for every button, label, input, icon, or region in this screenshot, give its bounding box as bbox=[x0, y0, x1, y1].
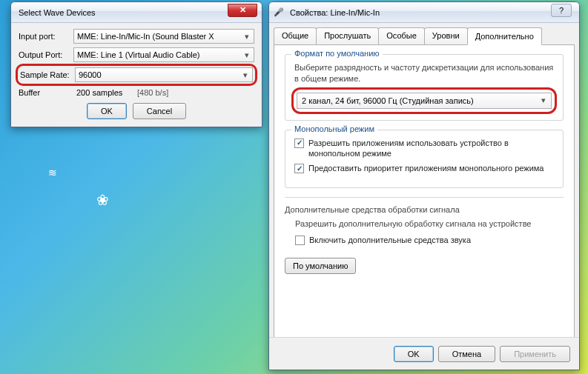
buffer-label: Buffer bbox=[19, 88, 69, 97]
tab-advanced[interactable]: Дополнительно bbox=[467, 27, 542, 45]
extra-enable-checkbox[interactable] bbox=[295, 236, 305, 245]
exclusive-priority-label: Предоставить приоритет приложениям моноп… bbox=[308, 163, 554, 173]
wallpaper-bird: ≋ bbox=[48, 167, 57, 178]
chevron-down-icon: ▾ bbox=[538, 96, 549, 106]
dialog-body: Input port: MME: Line-In/Mic-In (Sound B… bbox=[11, 23, 262, 127]
exclusive-mode-group: Монопольный режим Разрешить приложениям … bbox=[285, 130, 564, 188]
ok-button[interactable]: OK bbox=[394, 346, 434, 362]
properties-window: 🎤 Свойства: Line-In/Mic-In ? Общие Просл… bbox=[268, 1, 580, 370]
format-combo-value: 2 канал, 24 бит, 96000 Гц (Студийная зап… bbox=[302, 96, 474, 105]
buffer-value: 200 samples bbox=[73, 88, 133, 97]
chevron-down-icon: ▾ bbox=[242, 31, 252, 41]
help-icon: ? bbox=[559, 6, 564, 15]
wallpaper-leaf: ❀ bbox=[96, 191, 109, 209]
extra-description: Разрешить дополнительную обработку сигна… bbox=[295, 218, 564, 230]
window-title: Select Wave Devices bbox=[16, 8, 228, 17]
buffer-rate: [480 b/s] bbox=[137, 88, 168, 97]
dialog-button-bar: OK Отмена Применить bbox=[269, 337, 579, 370]
input-port-combo[interactable]: MME: Line-In/Mic-In (Sound Blaster X ▾ bbox=[73, 29, 254, 44]
exclusive-allow-label: Разрешить приложениям использовать устро… bbox=[308, 138, 554, 159]
output-port-label: Output Port: bbox=[19, 50, 69, 59]
input-port-label: Input port: bbox=[19, 32, 69, 41]
sample-rate-label: Sample Rate: bbox=[20, 70, 70, 79]
exclusive-allow-checkbox[interactable] bbox=[294, 138, 304, 148]
output-port-value: MME: Line 1 (Virtual Audio Cable) bbox=[77, 50, 200, 59]
close-button[interactable]: ✕ bbox=[228, 4, 257, 17]
titlebar[interactable]: 🎤 Свойства: Line-In/Mic-In ? bbox=[269, 2, 579, 23]
tab-content-advanced: Формат по умолчанию Выберите разрядность… bbox=[274, 44, 575, 348]
cancel-button[interactable]: Отмена bbox=[438, 346, 495, 362]
exclusive-priority-checkbox[interactable] bbox=[294, 164, 304, 173]
sample-rate-combo[interactable]: 96000 ▾ bbox=[75, 67, 253, 82]
mic-icon: 🎤 bbox=[274, 7, 284, 17]
format-combo-highlight: 2 канал, 24 бит, 96000 Гц (Студийная зап… bbox=[291, 87, 557, 114]
tab-special[interactable]: Особые bbox=[378, 27, 425, 44]
help-button[interactable]: ? bbox=[551, 4, 572, 17]
group-legend: Формат по умолчанию bbox=[291, 49, 383, 58]
divider bbox=[285, 197, 564, 198]
titlebar[interactable]: Select Wave Devices ✕ bbox=[11, 2, 262, 23]
extra-heading: Дополнительные средства обработки сигнал… bbox=[285, 205, 564, 214]
restore-defaults-button[interactable]: По умолчанию bbox=[285, 258, 356, 274]
input-port-value: MME: Line-In/Mic-In (Sound Blaster X bbox=[77, 32, 214, 41]
sample-rate-highlight: Sample Rate: 96000 ▾ bbox=[16, 64, 257, 86]
format-description: Выберите разрядность и частоту дискретиз… bbox=[294, 62, 554, 84]
select-wave-devices-window: Select Wave Devices ✕ Input port: MME: L… bbox=[10, 1, 262, 127]
group-legend: Монопольный режим bbox=[291, 124, 377, 133]
tab-levels[interactable]: Уровни bbox=[424, 27, 468, 44]
format-combo[interactable]: 2 канал, 24 бит, 96000 Гц (Студийная зап… bbox=[297, 93, 552, 109]
tab-strip: Общие Прослушать Особые Уровни Дополните… bbox=[269, 23, 579, 44]
tab-listen[interactable]: Прослушать bbox=[316, 27, 379, 44]
sample-rate-value: 96000 bbox=[79, 70, 102, 79]
apply-button[interactable]: Применить bbox=[500, 346, 570, 362]
output-port-combo[interactable]: MME: Line 1 (Virtual Audio Cable) ▾ bbox=[73, 47, 254, 62]
chevron-down-icon: ▾ bbox=[242, 50, 252, 60]
window-title: Свойства: Line-In/Mic-In bbox=[287, 8, 551, 17]
tab-general[interactable]: Общие bbox=[274, 27, 317, 44]
extra-enable-label: Включить дополнительные средства звука bbox=[309, 235, 564, 245]
ok-button[interactable]: OK bbox=[87, 103, 127, 119]
close-icon: ✕ bbox=[240, 5, 246, 15]
cancel-button[interactable]: Cancel bbox=[133, 103, 186, 119]
default-format-group: Формат по умолчанию Выберите разрядность… bbox=[285, 54, 564, 121]
chevron-down-icon: ▾ bbox=[240, 70, 251, 80]
